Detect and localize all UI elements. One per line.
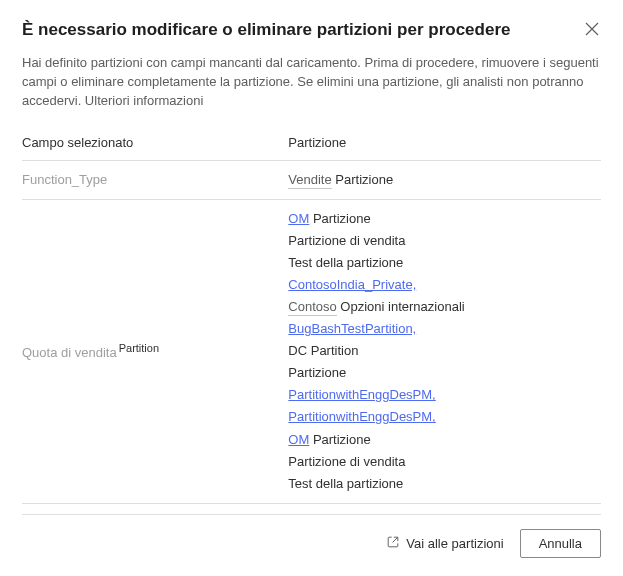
table-row: Function_TypeVendite Partizione	[22, 160, 601, 199]
col-header-partizione: Partizione	[288, 127, 601, 161]
campo-cell: Function_Type	[22, 160, 288, 199]
campo-cell: Quota di venditaPartition	[22, 199, 288, 503]
cancel-button[interactable]: Annulla	[520, 529, 601, 558]
dialog-header: È necessario modificare o eliminare part…	[22, 20, 601, 54]
close-button[interactable]	[583, 20, 601, 38]
cancel-label: Annulla	[539, 536, 582, 551]
partition-item: Test della partizione	[288, 252, 597, 274]
partition-item: Vendite Partizione	[288, 169, 597, 191]
partition-item[interactable]: ContosoIndia_Private,	[288, 274, 597, 296]
partition-item[interactable]: PartitionwithEnggDesPM,	[288, 384, 597, 406]
go-to-partitions-link[interactable]: Vai alle partizioni	[386, 535, 503, 552]
dialog-title: È necessario modificare o eliminare part…	[22, 20, 510, 40]
dialog-description: Hai definito partizioni con campi mancan…	[22, 54, 601, 111]
partition-table-scroll[interactable]: Campo selezionato Partizione Function_Ty…	[22, 127, 601, 515]
dialog-footer: Vai alle partizioni Annulla	[22, 515, 601, 558]
col-header-campo: Campo selezionato	[22, 127, 288, 161]
partition-item[interactable]: BugBashTestPartition,	[288, 318, 597, 340]
partition-item: Test della partizione	[288, 473, 597, 495]
partition-item[interactable]: OM Partizione	[288, 429, 597, 451]
partition-item: Contoso Opzioni internazionali	[288, 296, 597, 318]
dialog: È necessario modificare o eliminare part…	[0, 0, 623, 576]
table-row: Quota di venditaPartitionOM PartizionePa…	[22, 199, 601, 503]
partition-item: Partizione di vendita	[288, 451, 597, 473]
partition-item[interactable]: OM Partizione	[288, 208, 597, 230]
partition-item: Partizione di vendita	[288, 230, 597, 252]
partition-item: Partizione	[288, 362, 597, 384]
partition-item: DC Partition	[288, 340, 597, 362]
close-icon	[585, 22, 599, 36]
go-to-partitions-label: Vai alle partizioni	[406, 536, 503, 551]
partizione-cell: OM PartizionePartizione di venditaTest d…	[288, 199, 601, 503]
partition-table: Campo selezionato Partizione Function_Ty…	[22, 127, 601, 504]
campo-suffix: Partition	[119, 342, 159, 354]
partition-item[interactable]: PartitionwithEnggDesPM,	[288, 406, 597, 428]
partizione-cell: Vendite Partizione	[288, 160, 601, 199]
open-external-icon	[386, 535, 400, 552]
